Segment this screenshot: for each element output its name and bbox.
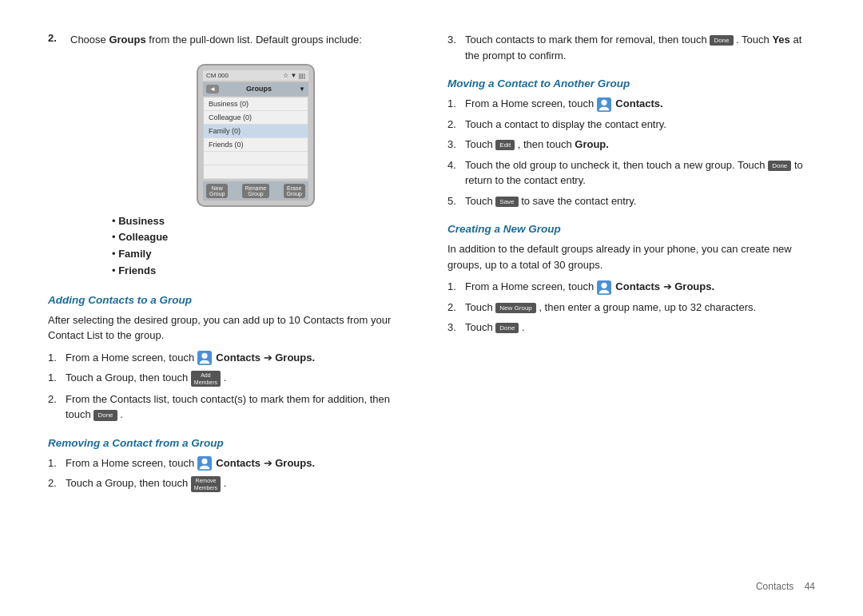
status-icons: ☆ ▼ |||| [283, 72, 305, 79]
creating-group-header: Creating a New Group [447, 223, 815, 235]
svg-point-1 [201, 353, 207, 359]
removing-step1-content: From a Home screen, touch Contacts ➔ Gro… [66, 455, 416, 471]
moving-step2: 2. Touch a contact to display the contac… [447, 117, 815, 133]
phone-rename-group-btn[interactable]: RenameGroup [242, 184, 269, 198]
removing-steps: 1. From a Home screen, touch Contacts ➔ … [48, 455, 416, 492]
adding-step1-num: 1. [48, 350, 61, 366]
svg-point-7 [601, 282, 606, 288]
adding-step1-content: From a Home screen, touch Contacts ➔ Gro… [66, 350, 416, 366]
moving-step1-content: From a Home screen, touch Contacts. [465, 96, 815, 112]
adding-step1b: 1. Touch a Group, then touch AddMembers … [48, 370, 416, 387]
phone-list-item: Colleague (0) [204, 111, 308, 125]
adding-step1: 1. From a Home screen, touch Contacts ➔ … [48, 350, 416, 366]
phone-status-bar: CM 000 ☆ ▼ |||| [203, 70, 308, 81]
bullet-business: • Business [112, 213, 416, 230]
removing-step1: 1. From a Home screen, touch Contacts ➔ … [48, 455, 416, 471]
done-btn-moving: Done [768, 161, 791, 171]
moving-step1-num: 1. [447, 96, 460, 112]
edit-btn: Edit [495, 140, 515, 150]
moving-contact-title: Moving a Contact to Another Group [447, 77, 630, 89]
moving-step5-content: Touch Save to save the contact entry. [465, 193, 815, 209]
phone-dropdown-icon: ▼ [299, 85, 305, 93]
adding-step2: 2. From the Contacts list, touch contact… [48, 391, 416, 423]
moving-step3-content: Touch Edit , then touch Group. [465, 137, 815, 153]
creating-step2: 2. Touch New Group , then enter a group … [447, 300, 815, 316]
moving-step3-num: 3. [447, 137, 460, 153]
step2-text: Choose Groups from the pull-down list. D… [70, 32, 362, 48]
removing-step1-num: 1. [48, 455, 61, 471]
bullet-family: • Family [112, 246, 416, 263]
moving-step2-content: Touch a contact to display the contact e… [465, 117, 815, 133]
step2-intro: 2. Choose Groups from the pull-down list… [48, 32, 416, 48]
phone-bottom-bar: NewGroup RenameGroup EraseGroup [203, 181, 308, 201]
creating-group-title: Creating a New Group [447, 223, 561, 235]
new-group-btn: New Group [495, 303, 535, 313]
moving-steps: 1. From a Home screen, touch Contacts. 2… [447, 96, 815, 209]
adding-step1b-num: 1. [48, 370, 61, 386]
page-footer: Contacts 44 [756, 581, 815, 592]
done-btn-adding: Done [93, 410, 117, 420]
adding-steps: 1. From a Home screen, touch Contacts ➔ … [48, 350, 416, 423]
creating-step2-content: Touch New Group , then enter a group nam… [465, 300, 815, 316]
footer-page-number: 44 [805, 581, 815, 592]
removing-step2-content: Touch a Group, then touch RemoveMembers … [66, 475, 416, 492]
footer-section-label: Contacts [756, 581, 793, 592]
add-members-btn: AddMembers [191, 371, 221, 387]
moving-step1: 1. From a Home screen, touch Contacts. [447, 96, 815, 112]
phone-title-bar: ◄ Groups ▼ [203, 82, 308, 96]
bullet-friends: • Friends [112, 263, 416, 280]
creating-step1: 1. From a Home screen, touch Contacts ➔ … [447, 279, 815, 295]
save-btn: Save [495, 197, 518, 207]
contacts-icon-removing [197, 456, 212, 471]
phone-groups-title: Groups [246, 85, 272, 93]
phone-list-item [204, 152, 308, 165]
status-left: CM 000 [206, 72, 229, 79]
creating-step1-num: 1. [447, 279, 460, 295]
page-content: 2. Choose Groups from the pull-down list… [0, 0, 863, 616]
adding-step2-content: From the Contacts list, touch contact(s)… [66, 391, 416, 423]
phone-groups-list: Business (0) Colleague (0) Family (0) Fr… [203, 97, 308, 180]
adding-step2-num: 2. [48, 391, 61, 407]
phone-new-group-btn[interactable]: NewGroup [206, 184, 228, 198]
creating-step2-num: 2. [447, 300, 460, 316]
contacts-icon-moving [597, 97, 611, 112]
creating-step3: 3. Touch Done . [447, 320, 815, 336]
moving-step4: 4. Touch the old group to uncheck it, th… [447, 157, 815, 189]
right-column: 3. Touch contacts to mark them for remov… [447, 32, 815, 584]
removing-contact-header: Removing a Contact from a Group [48, 437, 416, 449]
removing-step2-num: 2. [48, 475, 61, 491]
right-step3-content: Touch contacts to mark them for removal,… [465, 32, 815, 63]
phone-list-item: Family (0) [204, 125, 308, 138]
contacts-icon-creating [597, 280, 611, 295]
moving-step4-content: Touch the old group to uncheck it, then … [465, 157, 815, 189]
creating-step3-content: Touch Done . [465, 320, 815, 336]
done-btn-removal: Done [710, 35, 733, 46]
moving-step4-num: 4. [447, 157, 460, 173]
removing-contact-title: Removing a Contact from a Group [48, 437, 224, 449]
phone-mockup: CM 000 ☆ ▼ |||| ◄ Groups ▼ Business (0) … [197, 64, 315, 207]
phone-list-item: Business (0) [204, 97, 308, 111]
phone-list-item [204, 165, 308, 179]
step2-number: 2. [48, 32, 61, 48]
moving-step3: 3. Touch Edit , then touch Group. [447, 137, 815, 153]
creating-step1-content: From a Home screen, touch Contacts ➔ Gro… [465, 279, 815, 295]
phone-list-item: Friends (0) [204, 138, 308, 152]
done-btn-creating: Done [495, 323, 519, 333]
right-step3: 3. Touch contacts to mark them for remov… [447, 32, 815, 63]
creating-group-intro: In addition to the default groups alread… [447, 241, 815, 272]
adding-contacts-intro: After selecting the desired group, you c… [48, 312, 416, 344]
moving-step5-num: 5. [447, 193, 460, 209]
creating-steps: 1. From a Home screen, touch Contacts ➔ … [447, 279, 815, 336]
phone-back-btn[interactable]: ◄ [206, 85, 219, 93]
moving-step2-num: 2. [447, 117, 460, 133]
moving-step5: 5. Touch Save to save the contact entry. [447, 193, 815, 209]
svg-point-5 [601, 99, 606, 105]
svg-point-3 [201, 459, 207, 464]
left-column: 2. Choose Groups from the pull-down list… [48, 32, 416, 584]
bullet-list: • Business • Colleague • Family • Friend… [112, 213, 416, 280]
adding-contacts-header: Adding Contacts to a Group [48, 294, 416, 306]
bullet-colleague: • Colleague [112, 229, 416, 246]
creating-step3-num: 3. [447, 320, 460, 336]
step2-bold: Groups [109, 34, 145, 46]
phone-erase-group-btn[interactable]: EraseGroup [284, 184, 305, 198]
